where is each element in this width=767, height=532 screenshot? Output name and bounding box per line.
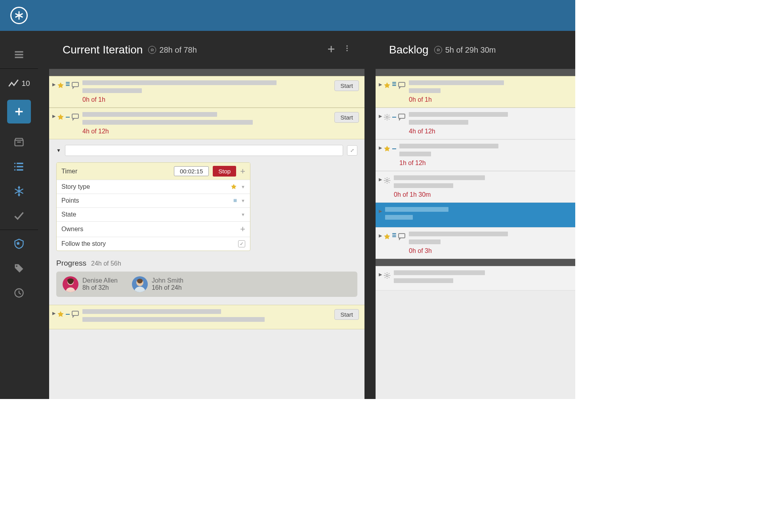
board-menu-icon[interactable] <box>343 44 351 55</box>
sidebar-shield-icon[interactable] <box>0 232 38 256</box>
sidebar-history-icon[interactable] <box>0 281 38 305</box>
expand-icon[interactable]: ▶ <box>52 82 55 87</box>
story-card[interactable]: ▶0h of 1h 30m <box>376 171 575 203</box>
story-title-placeholder <box>409 120 468 125</box>
progress-hours: 24h of 56h <box>91 260 121 267</box>
svg-point-10 <box>346 50 347 51</box>
add-owner-icon[interactable]: + <box>240 225 245 234</box>
hours-icon: ⋮⋮ <box>148 46 156 54</box>
fullscreen-icon[interactable]: ⤢ <box>347 145 357 156</box>
sidebar-inbox-icon[interactable] <box>0 130 38 154</box>
comment-icon[interactable] <box>71 311 79 318</box>
expand-icon[interactable]: ▶ <box>379 82 382 87</box>
story-title-placeholder <box>399 152 431 156</box>
hours-icon: ⋮⋮ <box>434 46 442 54</box>
story-type-row[interactable]: Story type ▼ <box>57 180 250 194</box>
expand-icon[interactable]: ▶ <box>379 145 382 150</box>
story-time: 1h of 12h <box>399 160 570 167</box>
story-title-placeholder <box>394 175 485 180</box>
svg-point-6 <box>16 265 17 267</box>
story-title-placeholder <box>82 88 142 93</box>
dropdown-icon[interactable]: ▼ <box>241 198 245 203</box>
collapse-icon[interactable]: ▼ <box>56 148 61 153</box>
story-card[interactable]: ▶ Start <box>49 305 364 329</box>
story-time: 4h of 12h <box>409 128 570 135</box>
expand-icon[interactable]: ▶ <box>379 272 382 277</box>
story-card[interactable]: ▶0h of 1h <box>376 76 575 108</box>
story-title-placeholder <box>82 317 265 322</box>
expand-icon[interactable]: ▶ <box>379 177 382 182</box>
avatar <box>132 276 148 292</box>
sidebar-snowflake-icon[interactable] <box>0 179 38 203</box>
comment-icon[interactable] <box>71 114 79 121</box>
expand-icon[interactable]: ▶ <box>379 114 382 119</box>
board-title: Current Iteration <box>63 44 143 56</box>
story-title-placeholder <box>409 239 441 244</box>
sidebar-add-button[interactable] <box>7 100 31 124</box>
points-icon <box>66 82 70 86</box>
points-row[interactable]: Points ≡ ▼ <box>57 194 250 208</box>
story-card[interactable]: ▶ <box>376 266 575 291</box>
story-title-input[interactable] <box>65 145 343 156</box>
app-logo-icon[interactable] <box>10 7 28 24</box>
svg-point-9 <box>346 48 347 49</box>
story-card[interactable]: ▶ 4h of 12h Start <box>49 108 364 139</box>
board-backlog: Backlog ⋮⋮ 5h of 29h 30m ▶0h of 1h▶4h of… <box>376 31 575 399</box>
board-header: Backlog ⋮⋮ 5h of 29h 30m <box>376 31 575 69</box>
add-time-icon[interactable]: + <box>240 167 245 176</box>
story-title-placeholder <box>82 80 277 85</box>
expand-icon[interactable]: ▶ <box>52 311 55 316</box>
story-time: 0h of 1h <box>409 96 570 103</box>
person[interactable]: Denise Allen 8h of 32h <box>63 276 118 292</box>
story-card[interactable]: ▶4h of 12h <box>376 108 575 139</box>
start-button[interactable]: Start <box>334 112 359 123</box>
state-row[interactable]: State ▼ <box>57 208 250 222</box>
points-icon <box>392 117 396 118</box>
comment-icon[interactable] <box>398 233 406 240</box>
story-card[interactable]: ▶ 0h of 1h Start <box>49 76 364 108</box>
dropdown-icon[interactable]: ▼ <box>241 184 245 189</box>
story-title-placeholder <box>82 309 221 314</box>
expand-icon[interactable]: ▶ <box>379 209 382 214</box>
expand-icon[interactable]: ▶ <box>379 233 382 238</box>
comment-icon[interactable] <box>71 82 79 89</box>
points-icon <box>392 82 396 86</box>
story-title-placeholder <box>394 183 453 188</box>
points-icon <box>392 148 396 149</box>
story-title-placeholder <box>409 112 508 117</box>
dropdown-icon[interactable]: ▼ <box>241 212 245 217</box>
story-card[interactable]: ▶1h of 12h <box>376 139 575 171</box>
person-name: Denise Allen <box>82 277 118 284</box>
expand-icon[interactable]: ▶ <box>52 114 55 119</box>
gear-icon <box>384 272 391 279</box>
start-button[interactable]: Start <box>334 309 359 320</box>
sidebar-check-icon[interactable] <box>0 203 38 228</box>
sidebar-chart-item[interactable]: 10 <box>0 71 38 96</box>
comment-icon[interactable] <box>398 114 406 121</box>
story-title-placeholder <box>394 278 453 283</box>
people-card: Denise Allen 8h of 32h John Smith <box>56 272 357 297</box>
sidebar: 10 <box>0 31 38 399</box>
story-time: 4h of 12h <box>82 128 331 135</box>
follow-row[interactable]: Follow the story ✓ <box>57 237 250 251</box>
stop-button[interactable]: Stop <box>213 166 236 177</box>
story-details-box: Timer 00:02:15 Stop + Story type ▼ <box>56 162 250 251</box>
sidebar-menu-icon[interactable] <box>0 40 38 69</box>
avatar <box>63 276 78 292</box>
comment-icon[interactable] <box>398 82 406 89</box>
story-time: 0h of 1h 30m <box>394 191 570 198</box>
star-icon <box>384 145 391 152</box>
owners-row[interactable]: Owners + <box>57 222 250 237</box>
follow-checkbox[interactable]: ✓ <box>238 240 245 247</box>
story-title-placeholder <box>82 112 217 117</box>
sidebar-tag-icon[interactable] <box>0 256 38 281</box>
board-add-icon[interactable] <box>326 44 336 55</box>
story-title-placeholder <box>409 88 441 93</box>
start-button[interactable]: Start <box>334 80 359 91</box>
sidebar-list-icon[interactable] <box>0 154 38 179</box>
person-name: John Smith <box>152 277 183 284</box>
story-card[interactable]: ▶0h of 3h <box>376 227 575 259</box>
person[interactable]: John Smith 16h of 24h <box>132 276 183 292</box>
story-card[interactable]: ▶ <box>376 203 575 227</box>
svg-point-5 <box>14 169 16 171</box>
